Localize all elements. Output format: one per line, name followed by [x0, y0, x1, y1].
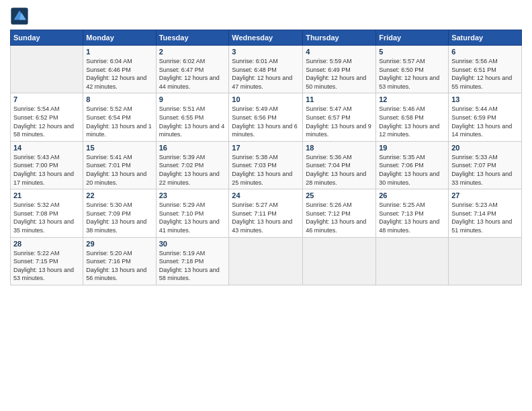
day-info: Sunrise: 5:35 AMSunset: 7:06 PMDaylight:…	[379, 153, 445, 187]
day-info: Sunrise: 5:57 AMSunset: 6:50 PMDaylight:…	[379, 57, 445, 91]
calendar-cell: 6Sunrise: 5:56 AMSunset: 6:51 PMDaylight…	[449, 46, 522, 93]
day-info: Sunrise: 6:04 AMSunset: 6:46 PMDaylight:…	[86, 57, 152, 91]
calendar-cell: 3Sunrise: 6:01 AMSunset: 6:48 PMDaylight…	[229, 46, 303, 93]
day-number: 18	[306, 144, 373, 152]
calendar-week-row: 21Sunrise: 5:32 AMSunset: 7:08 PMDayligh…	[11, 189, 522, 237]
calendar-cell: 13Sunrise: 5:44 AMSunset: 6:59 PMDayligh…	[449, 93, 522, 141]
calendar-week-row: 1Sunrise: 6:04 AMSunset: 6:46 PMDaylight…	[11, 46, 522, 93]
day-number: 12	[379, 95, 445, 103]
day-info: Sunrise: 5:32 AMSunset: 7:08 PMDaylight:…	[13, 201, 80, 234]
calendar-cell: 4Sunrise: 5:59 AMSunset: 6:49 PMDaylight…	[303, 46, 376, 93]
day-info: Sunrise: 5:52 AMSunset: 6:54 PMDaylight:…	[86, 105, 152, 138]
calendar-cell: 22Sunrise: 5:30 AMSunset: 7:09 PMDayligh…	[83, 189, 156, 237]
weekday-header: Tuesday	[156, 30, 229, 46]
calendar-cell	[376, 237, 449, 285]
day-number: 23	[159, 191, 226, 199]
logo	[10, 7, 32, 26]
day-info: Sunrise: 5:29 AMSunset: 7:10 PMDaylight:…	[159, 201, 226, 234]
calendar-cell: 24Sunrise: 5:27 AMSunset: 7:11 PMDayligh…	[229, 189, 303, 237]
day-number: 8	[86, 95, 152, 103]
day-info: Sunrise: 5:39 AMSunset: 7:02 PMDaylight:…	[159, 153, 226, 187]
calendar-cell: 29Sunrise: 5:20 AMSunset: 7:16 PMDayligh…	[83, 237, 156, 285]
day-info: Sunrise: 5:41 AMSunset: 7:01 PMDaylight:…	[86, 153, 152, 187]
day-number: 11	[306, 95, 373, 103]
day-number: 26	[379, 191, 445, 199]
day-number: 19	[379, 144, 445, 152]
day-info: Sunrise: 5:59 AMSunset: 6:49 PMDaylight:…	[306, 57, 373, 91]
weekday-header: Monday	[83, 30, 156, 46]
calendar-cell	[11, 46, 83, 93]
day-info: Sunrise: 5:47 AMSunset: 6:57 PMDaylight:…	[306, 105, 373, 138]
day-number: 4	[306, 48, 373, 56]
day-number: 13	[451, 95, 519, 103]
calendar-cell	[229, 237, 303, 285]
day-info: Sunrise: 5:56 AMSunset: 6:51 PMDaylight:…	[451, 57, 519, 91]
header	[10, 7, 522, 26]
calendar-cell	[449, 237, 522, 285]
day-info: Sunrise: 5:26 AMSunset: 7:12 PMDaylight:…	[306, 201, 373, 234]
weekday-header: Friday	[376, 30, 449, 46]
day-info: Sunrise: 5:46 AMSunset: 6:58 PMDaylight:…	[379, 105, 445, 138]
day-number: 14	[13, 144, 80, 152]
day-info: Sunrise: 5:33 AMSunset: 7:07 PMDaylight:…	[451, 153, 519, 187]
calendar-cell	[303, 237, 376, 285]
calendar-cell: 19Sunrise: 5:35 AMSunset: 7:06 PMDayligh…	[376, 141, 449, 189]
day-number: 7	[13, 95, 80, 103]
day-info: Sunrise: 5:27 AMSunset: 7:11 PMDaylight:…	[232, 201, 300, 234]
day-number: 3	[232, 48, 300, 56]
day-number: 27	[451, 191, 519, 199]
calendar-cell: 26Sunrise: 5:25 AMSunset: 7:13 PMDayligh…	[376, 189, 449, 237]
calendar-cell: 1Sunrise: 6:04 AMSunset: 6:46 PMDaylight…	[83, 46, 156, 93]
calendar-cell: 18Sunrise: 5:36 AMSunset: 7:04 PMDayligh…	[303, 141, 376, 189]
calendar-week-row: 28Sunrise: 5:22 AMSunset: 7:15 PMDayligh…	[11, 237, 522, 285]
day-number: 1	[86, 48, 152, 56]
calendar-cell: 5Sunrise: 5:57 AMSunset: 6:50 PMDaylight…	[376, 46, 449, 93]
calendar-cell: 21Sunrise: 5:32 AMSunset: 7:08 PMDayligh…	[11, 189, 83, 237]
day-info: Sunrise: 5:38 AMSunset: 7:03 PMDaylight:…	[232, 153, 300, 187]
calendar-cell: 27Sunrise: 5:23 AMSunset: 7:14 PMDayligh…	[449, 189, 522, 237]
day-number: 22	[86, 191, 152, 199]
weekday-header: Wednesday	[229, 30, 303, 46]
day-info: Sunrise: 6:02 AMSunset: 6:47 PMDaylight:…	[159, 57, 226, 91]
day-info: Sunrise: 5:51 AMSunset: 6:55 PMDaylight:…	[159, 105, 226, 138]
calendar-cell: 23Sunrise: 5:29 AMSunset: 7:10 PMDayligh…	[156, 189, 229, 237]
calendar-cell: 11Sunrise: 5:47 AMSunset: 6:57 PMDayligh…	[303, 93, 376, 141]
calendar-cell: 20Sunrise: 5:33 AMSunset: 7:07 PMDayligh…	[449, 141, 522, 189]
calendar-cell: 10Sunrise: 5:49 AMSunset: 6:56 PMDayligh…	[229, 93, 303, 141]
calendar-week-row: 14Sunrise: 5:43 AMSunset: 7:00 PMDayligh…	[11, 141, 522, 189]
calendar-cell: 25Sunrise: 5:26 AMSunset: 7:12 PMDayligh…	[303, 189, 376, 237]
day-number: 10	[232, 95, 300, 103]
logo-icon	[10, 7, 29, 26]
calendar-cell: 8Sunrise: 5:52 AMSunset: 6:54 PMDaylight…	[83, 93, 156, 141]
day-info: Sunrise: 5:22 AMSunset: 7:15 PMDaylight:…	[13, 249, 80, 283]
day-number: 25	[306, 191, 373, 199]
calendar-cell: 28Sunrise: 5:22 AMSunset: 7:15 PMDayligh…	[11, 237, 83, 285]
day-info: Sunrise: 6:01 AMSunset: 6:48 PMDaylight:…	[232, 57, 300, 91]
calendar-cell: 9Sunrise: 5:51 AMSunset: 6:55 PMDaylight…	[156, 93, 229, 141]
day-number: 21	[13, 191, 80, 199]
day-info: Sunrise: 5:23 AMSunset: 7:14 PMDaylight:…	[451, 201, 519, 234]
day-number: 2	[159, 48, 226, 56]
day-info: Sunrise: 5:43 AMSunset: 7:00 PMDaylight:…	[13, 153, 80, 187]
calendar-week-row: 7Sunrise: 5:54 AMSunset: 6:52 PMDaylight…	[11, 93, 522, 141]
day-info: Sunrise: 5:54 AMSunset: 6:52 PMDaylight:…	[13, 105, 80, 138]
calendar-cell: 2Sunrise: 6:02 AMSunset: 6:47 PMDaylight…	[156, 46, 229, 93]
day-number: 6	[451, 48, 519, 56]
calendar-table: SundayMondayTuesdayWednesdayThursdayFrid…	[10, 30, 522, 285]
day-info: Sunrise: 5:30 AMSunset: 7:09 PMDaylight:…	[86, 201, 152, 234]
calendar-cell: 30Sunrise: 5:19 AMSunset: 7:18 PMDayligh…	[156, 237, 229, 285]
day-number: 9	[159, 95, 226, 103]
day-info: Sunrise: 5:20 AMSunset: 7:16 PMDaylight:…	[86, 249, 152, 283]
day-number: 28	[13, 240, 80, 248]
day-number: 17	[232, 144, 300, 152]
weekday-header: Thursday	[303, 30, 376, 46]
weekday-header: Saturday	[449, 30, 522, 46]
calendar-cell: 14Sunrise: 5:43 AMSunset: 7:00 PMDayligh…	[11, 141, 83, 189]
day-info: Sunrise: 5:36 AMSunset: 7:04 PMDaylight:…	[306, 153, 373, 187]
calendar-cell: 16Sunrise: 5:39 AMSunset: 7:02 PMDayligh…	[156, 141, 229, 189]
day-number: 5	[379, 48, 445, 56]
calendar-cell: 17Sunrise: 5:38 AMSunset: 7:03 PMDayligh…	[229, 141, 303, 189]
calendar-cell: 15Sunrise: 5:41 AMSunset: 7:01 PMDayligh…	[83, 141, 156, 189]
day-info: Sunrise: 5:44 AMSunset: 6:59 PMDaylight:…	[451, 105, 519, 138]
calendar-cell: 12Sunrise: 5:46 AMSunset: 6:58 PMDayligh…	[376, 93, 449, 141]
